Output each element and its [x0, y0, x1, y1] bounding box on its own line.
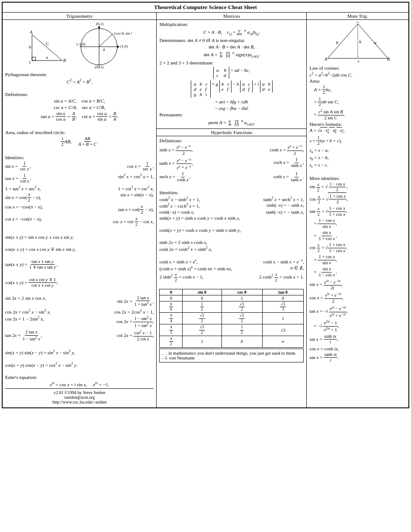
hyp-id9: (cosh x + sinh x)n = cosh nx + sinh nx, … [159, 265, 304, 271]
page-title: Theoretical Computer Science Cheat Sheet [3, 3, 408, 13]
hyp-id10: 2 sinh2 x2 = cosh x − 1, 2 cosh2 x2 = co… [159, 272, 304, 283]
perm-label: Permanents: [159, 112, 304, 117]
id-sin-cos: sin x = 1csc x, cos x = 1sec x, [5, 161, 154, 172]
hyp-id2: coth2 x − csch2 x = 1, sinh(−x) = − sinh… [159, 202, 304, 208]
mid-tanx2c: = sin x1 + cos x, [314, 230, 406, 241]
table-row: 0 0 1 0 [160, 295, 304, 301]
id-neg-cos-tan: cos x = −cos(π − x), tan x = cot(π2 − x)… [5, 204, 154, 215]
table-row: π2 1 0 ∞ [160, 336, 304, 347]
svg-text:a: a [374, 40, 376, 45]
svg-text:(cos θ, sin θ): (cos θ, sin θ) [114, 31, 132, 35]
heron-sb: sb = s − b, [309, 155, 406, 161]
det-3x3-expand: = aei + bfg + cdh [159, 99, 304, 104]
svg-text:c: c [358, 59, 360, 63]
def-tan-cot: tan a = sin acos a = AB, cot a = cos asi… [5, 111, 154, 122]
identities-label: Identities: [5, 155, 154, 160]
law-cos-formula: c2 = a2+b2−2ab cos C. [309, 71, 406, 77]
col-matrices: Matrices Multiplication: C = A · B, ci,j… [157, 13, 307, 407]
mid-tanx2a: tan x2 = √1 − cos x1 + cos x, [309, 206, 406, 217]
hyp-id7: cosh 2x = cosh2 x + sinh2 x, [159, 246, 304, 252]
heron-sa: sa = s − a, [309, 147, 406, 154]
area-inscribed-formula: 12AB, ABA + B + C. [5, 136, 154, 147]
hyp-sinh-cosh: sinh x = ex − e−x2, cosh x = ex + e−x2, [159, 144, 304, 157]
svg-text:θ: θ [103, 48, 105, 52]
hyp-id8: cosh x + sinh x = ex, cosh x − sinh x = … [159, 258, 304, 264]
col-tantheta: tan θ [262, 289, 304, 295]
svg-text:B: B [387, 57, 390, 61]
svg-line-15 [99, 34, 113, 47]
id-tan2x: tan 2x = 2 tan x1 − tan2 x, cot 2x = cot… [5, 330, 154, 342]
svg-text:(0,1): (0,1) [96, 22, 103, 26]
svg-line-22 [328, 24, 358, 58]
pythag-label: Pythagorean theorem: [5, 72, 154, 77]
table-row: π4 √22 √22 1 [160, 313, 304, 324]
mid-sinx-euler: sin x = eix − e−ix2i, [309, 279, 406, 291]
mid-sinx-cosh: sin x = sinh ixi, [309, 334, 406, 345]
mult-label: Multiplication: [159, 22, 304, 27]
defs-label: Definitions: [5, 92, 154, 97]
id-tanpm: tan(x ± y) = tan x ± tan y1 ∓ tan x tan … [5, 259, 154, 270]
def-sin-cos: sin a = A/C, cos a = B/C, [5, 98, 154, 103]
svg-text:(0,-1): (0,-1) [95, 65, 103, 69]
col-moretrig: More Trig. C A B b a h c [307, 13, 408, 407]
id-cospm: cos(x ± y) = cos x cos y ∓ sin x sin y, [5, 247, 154, 252]
svg-marker-13 [117, 45, 119, 48]
euler-label: Euler's equation: [5, 375, 154, 380]
svg-text:h: h [359, 39, 361, 44]
pythag-formula: C2 = A2 + B2. [5, 78, 154, 84]
trig-table: θ sin θ cos θ tan θ 0 0 1 0 π6 [159, 289, 304, 348]
id-coshift: sin x = cos(π2 − x), sin x = sin(π − x), [5, 192, 154, 203]
hyp-id1: cosh2 x − sinh2 x = 1, tanh2 x + sech2 x… [159, 196, 304, 202]
mid-tanx-euler: tan x = −i eix − e−ixeix + e−ix, [309, 305, 406, 318]
trig-header: Trigonometry [3, 13, 156, 20]
det-formula: det A = ∑ π ∏ i=1 n sign(π)ai,π(i). [159, 51, 304, 59]
col-theta: θ [160, 289, 183, 295]
footer-email: sseiden@acm.org [6, 395, 152, 400]
det-mult: det A · B = det A · det B, [159, 44, 304, 49]
matrices-header: Matrices [157, 13, 306, 20]
table-row: π6 12 √32 √33 [160, 301, 304, 313]
heron-label: Heron's formula: [309, 122, 406, 127]
hyp-id4: sinh(x + y) = sinh x cosh y + cosh x sin… [159, 215, 304, 221]
svg-text:(1,0): (1,0) [120, 44, 128, 48]
area-formula2: = 12ab sin C, [314, 96, 406, 108]
col-trig: Trigonometry b a C A B c [3, 13, 157, 407]
mid-cotx2c: = sin x1 − cos x, [314, 266, 406, 278]
mid-sinx2: sin x2 = √1 − cos x2, [309, 182, 406, 193]
law-cos-label: Law of cosines: [309, 65, 406, 71]
mid-tanx-tanh: tan x = tanh ixi. [309, 352, 406, 363]
svg-text:C: C [356, 22, 360, 24]
col-sintheta: sin θ [183, 289, 222, 295]
mid-tanx-euler2: = −i e2ix − 1e2ix + 1, [314, 320, 406, 333]
mid-cosx2: cos x2 = √1 + cos x2, [309, 194, 406, 205]
area-label: Area: [309, 78, 406, 83]
id-1tan-1cot: 1 + tan2 x = sec2 x, 1 + cot2 x = csc2 x… [5, 185, 154, 191]
table-row: π3 √32 12 √3 [160, 324, 304, 336]
hyp-sech-coth: sech x = 1cosh x, coth x = 1tanh x. [159, 171, 304, 183]
footer-version: v2.01 ©1994 by Steve Seiden [6, 390, 152, 395]
id-cos2x-a: cos 2x = cos2 x − sin2 x, cos 2x = 2cos2… [5, 308, 154, 314]
cheat-sheet-page: Theoretical Computer Science Cheat Sheet… [2, 2, 409, 408]
heron-s: s = 12(a + b + c), [309, 135, 406, 147]
id-cotpm: cot(x ± y) = cot x cot y ∓ 1cot x ± cot … [5, 277, 154, 288]
mid-cotx2a: cot x2 = √1 + cos x1 − cos x, [309, 242, 406, 253]
id-sin2x: sin 2x = 2 sin x cos x, sin 2x = 2 tan x… [5, 295, 154, 308]
det-3x3: abc def ghi = g bc ef − h ac df + i ab d… [159, 80, 304, 98]
footer-url: http://www.csc.lsu.edu/~seiden [6, 400, 152, 404]
svg-text:b: b [336, 40, 338, 45]
euler-formula: eix = cos x + i sin x, eiπ = −1. [5, 381, 154, 387]
area-formula3: = c2 sin A sin B2 sin C. [314, 109, 406, 121]
det-2x2: ab cd = ad − bc, [159, 67, 304, 79]
def-csc-sec: csc a = C/A, sec a = C/B, [5, 105, 154, 110]
svg-text:b: b [29, 45, 31, 49]
hyp-id3: cosh(−x) = cosh x, tanh(−x) = − tanh x, [159, 209, 304, 215]
heron-A: A = √s · sa · sb · sc, [309, 128, 406, 134]
area-inscribed-label: Area, radius of inscribed circle: [5, 130, 154, 135]
svg-rect-3 [32, 57, 35, 61]
id-sinpm: sin(x ± y) = sin x cos y ± cos x sin y, [5, 234, 154, 240]
quote-box: . . . in mathematics you don't understan… [159, 349, 304, 362]
col-costheta: cos θ [222, 289, 262, 295]
svg-line-23 [358, 24, 388, 58]
svg-text:C: C [46, 42, 49, 46]
quote-attribution: – J. von Neumann [161, 356, 194, 360]
